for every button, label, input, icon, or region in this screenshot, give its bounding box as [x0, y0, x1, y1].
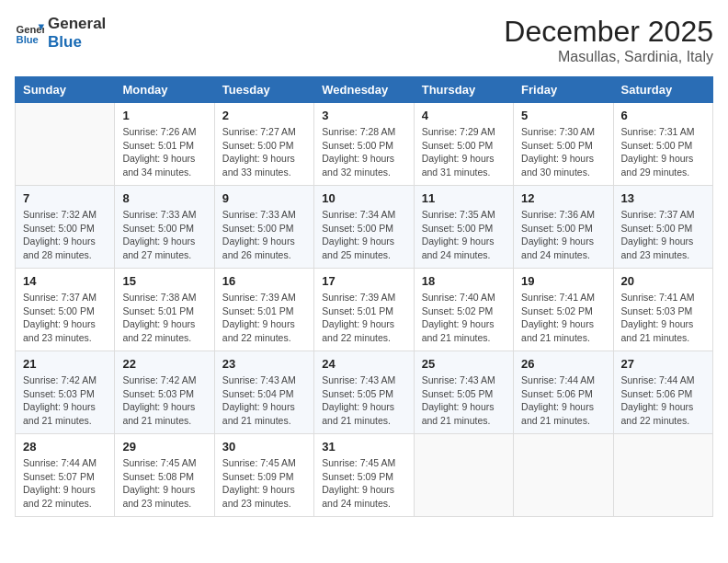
calendar-week-row: 1Sunrise: 7:26 AMSunset: 5:01 PMDaylight… — [16, 103, 713, 186]
calendar-week-row: 7Sunrise: 7:32 AMSunset: 5:00 PMDaylight… — [16, 186, 713, 269]
day-of-week-header: Monday — [115, 77, 214, 103]
day-info: Sunrise: 7:31 AMSunset: 5:00 PMDaylight:… — [621, 125, 705, 179]
day-info: Sunrise: 7:26 AMSunset: 5:01 PMDaylight:… — [122, 125, 206, 179]
day-info: Sunrise: 7:30 AMSunset: 5:00 PMDaylight:… — [521, 125, 605, 179]
day-number: 20 — [621, 274, 705, 288]
day-number: 16 — [222, 274, 306, 288]
day-number: 22 — [122, 357, 206, 371]
day-info: Sunrise: 7:33 AMSunset: 5:00 PMDaylight:… — [122, 208, 206, 262]
calendar-day-cell: 29Sunrise: 7:45 AMSunset: 5:08 PMDayligh… — [115, 434, 214, 517]
calendar-day-cell — [613, 434, 712, 517]
calendar-day-cell: 14Sunrise: 7:37 AMSunset: 5:00 PMDayligh… — [16, 269, 115, 351]
calendar-day-cell: 1Sunrise: 7:26 AMSunset: 5:01 PMDaylight… — [115, 103, 214, 186]
day-info: Sunrise: 7:40 AMSunset: 5:02 PMDaylight:… — [422, 291, 506, 345]
calendar-day-cell — [514, 434, 613, 517]
day-info: Sunrise: 7:32 AMSunset: 5:00 PMDaylight:… — [23, 208, 107, 262]
day-number: 2 — [222, 109, 306, 122]
day-number: 15 — [122, 274, 206, 288]
calendar-day-cell: 28Sunrise: 7:44 AMSunset: 5:07 PMDayligh… — [16, 434, 115, 517]
day-info: Sunrise: 7:43 AMSunset: 5:05 PMDaylight:… — [422, 373, 506, 428]
calendar-day-cell: 15Sunrise: 7:38 AMSunset: 5:01 PMDayligh… — [115, 269, 214, 351]
day-info: Sunrise: 7:27 AMSunset: 5:00 PMDaylight:… — [222, 125, 306, 179]
day-of-week-header: Thursday — [414, 77, 513, 103]
day-info: Sunrise: 7:41 AMSunset: 5:03 PMDaylight:… — [621, 291, 705, 345]
day-number: 28 — [23, 440, 107, 454]
day-number: 27 — [621, 357, 705, 371]
day-info: Sunrise: 7:45 AMSunset: 5:09 PMDaylight:… — [222, 456, 306, 511]
calendar-day-cell: 9Sunrise: 7:33 AMSunset: 5:00 PMDaylight… — [214, 186, 313, 269]
day-number: 3 — [322, 109, 405, 122]
calendar-day-cell: 8Sunrise: 7:33 AMSunset: 5:00 PMDaylight… — [115, 186, 214, 269]
calendar-day-cell: 5Sunrise: 7:30 AMSunset: 5:00 PMDaylight… — [514, 103, 613, 186]
day-info: Sunrise: 7:44 AMSunset: 5:06 PMDaylight:… — [521, 373, 605, 428]
calendar-day-cell — [16, 103, 115, 186]
day-info: Sunrise: 7:36 AMSunset: 5:00 PMDaylight:… — [521, 208, 605, 262]
calendar-day-cell: 4Sunrise: 7:29 AMSunset: 5:00 PMDaylight… — [414, 103, 513, 186]
day-number: 25 — [422, 357, 506, 371]
calendar-table: SundayMondayTuesdayWednesdayThursdayFrid… — [15, 76, 713, 517]
day-number: 17 — [322, 274, 405, 288]
calendar-day-cell: 16Sunrise: 7:39 AMSunset: 5:01 PMDayligh… — [214, 269, 313, 351]
day-number: 21 — [23, 357, 107, 371]
day-info: Sunrise: 7:43 AMSunset: 5:05 PMDaylight:… — [322, 373, 405, 428]
calendar-day-cell: 21Sunrise: 7:42 AMSunset: 5:03 PMDayligh… — [16, 351, 115, 434]
day-info: Sunrise: 7:45 AMSunset: 5:08 PMDaylight:… — [122, 456, 206, 511]
day-info: Sunrise: 7:39 AMSunset: 5:01 PMDaylight:… — [322, 291, 405, 345]
day-info: Sunrise: 7:28 AMSunset: 5:00 PMDaylight:… — [322, 125, 405, 179]
day-info: Sunrise: 7:44 AMSunset: 5:06 PMDaylight:… — [621, 373, 705, 428]
day-number: 10 — [322, 191, 405, 205]
day-info: Sunrise: 7:33 AMSunset: 5:00 PMDaylight:… — [222, 208, 306, 262]
day-number: 11 — [422, 191, 506, 205]
day-info: Sunrise: 7:35 AMSunset: 5:00 PMDaylight:… — [422, 208, 506, 262]
calendar-day-cell: 18Sunrise: 7:40 AMSunset: 5:02 PMDayligh… — [414, 269, 513, 351]
day-number: 19 — [521, 274, 605, 288]
day-number: 7 — [23, 191, 107, 205]
calendar-day-cell: 24Sunrise: 7:43 AMSunset: 5:05 PMDayligh… — [314, 351, 414, 434]
day-number: 23 — [222, 357, 306, 371]
calendar-day-cell: 26Sunrise: 7:44 AMSunset: 5:06 PMDayligh… — [514, 351, 613, 434]
calendar-day-cell: 27Sunrise: 7:44 AMSunset: 5:06 PMDayligh… — [613, 351, 712, 434]
calendar-day-cell: 17Sunrise: 7:39 AMSunset: 5:01 PMDayligh… — [314, 269, 414, 351]
day-info: Sunrise: 7:42 AMSunset: 5:03 PMDaylight:… — [23, 373, 107, 428]
day-number: 9 — [222, 191, 306, 205]
day-number: 4 — [422, 109, 506, 122]
calendar-day-cell — [414, 434, 513, 517]
month-title: December 2025 — [504, 15, 713, 49]
day-number: 24 — [322, 357, 405, 371]
calendar-day-cell: 2Sunrise: 7:27 AMSunset: 5:00 PMDaylight… — [214, 103, 313, 186]
calendar-day-cell: 6Sunrise: 7:31 AMSunset: 5:00 PMDaylight… — [613, 103, 712, 186]
location-subtitle: Masullas, Sardinia, Italy — [504, 49, 713, 65]
calendar-week-row: 28Sunrise: 7:44 AMSunset: 5:07 PMDayligh… — [16, 434, 713, 517]
day-of-week-header: Sunday — [16, 77, 115, 103]
day-number: 26 — [521, 357, 605, 371]
day-of-week-header: Tuesday — [214, 77, 313, 103]
day-info: Sunrise: 7:45 AMSunset: 5:09 PMDaylight:… — [322, 456, 405, 511]
day-number: 1 — [122, 109, 206, 122]
calendar-day-cell: 25Sunrise: 7:43 AMSunset: 5:05 PMDayligh… — [414, 351, 513, 434]
day-info: Sunrise: 7:39 AMSunset: 5:01 PMDaylight:… — [222, 291, 306, 345]
day-number: 13 — [621, 191, 705, 205]
title-block: December 2025 Masullas, Sardinia, Italy — [504, 15, 713, 65]
day-info: Sunrise: 7:43 AMSunset: 5:04 PMDaylight:… — [222, 373, 306, 428]
calendar-day-cell: 30Sunrise: 7:45 AMSunset: 5:09 PMDayligh… — [214, 434, 313, 517]
day-info: Sunrise: 7:38 AMSunset: 5:01 PMDaylight:… — [122, 291, 206, 345]
day-of-week-header: Saturday — [613, 77, 712, 103]
day-number: 29 — [122, 440, 206, 454]
calendar-week-row: 21Sunrise: 7:42 AMSunset: 5:03 PMDayligh… — [16, 351, 713, 434]
calendar-day-cell: 19Sunrise: 7:41 AMSunset: 5:02 PMDayligh… — [514, 269, 613, 351]
calendar-day-cell: 20Sunrise: 7:41 AMSunset: 5:03 PMDayligh… — [613, 269, 712, 351]
day-of-week-header: Wednesday — [314, 77, 414, 103]
calendar-week-row: 14Sunrise: 7:37 AMSunset: 5:00 PMDayligh… — [16, 269, 713, 351]
day-number: 14 — [23, 274, 107, 288]
day-of-week-header: Friday — [514, 77, 613, 103]
calendar-day-cell: 10Sunrise: 7:34 AMSunset: 5:00 PMDayligh… — [314, 186, 414, 269]
logo-icon: General Blue — [15, 18, 44, 48]
day-info: Sunrise: 7:44 AMSunset: 5:07 PMDaylight:… — [23, 456, 107, 511]
day-number: 8 — [122, 191, 206, 205]
calendar-day-cell: 7Sunrise: 7:32 AMSunset: 5:00 PMDaylight… — [16, 186, 115, 269]
day-info: Sunrise: 7:29 AMSunset: 5:00 PMDaylight:… — [422, 125, 506, 179]
calendar-day-cell: 31Sunrise: 7:45 AMSunset: 5:09 PMDayligh… — [314, 434, 414, 517]
day-number: 5 — [521, 109, 605, 122]
day-number: 31 — [322, 440, 405, 454]
calendar-day-cell: 3Sunrise: 7:28 AMSunset: 5:00 PMDaylight… — [314, 103, 414, 186]
